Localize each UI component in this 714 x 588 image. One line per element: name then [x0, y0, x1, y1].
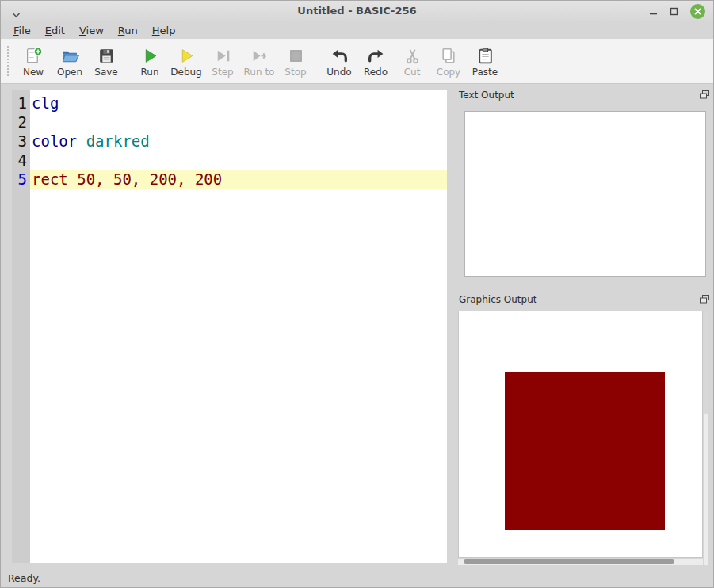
code-token-value: darkred — [86, 132, 150, 151]
code-line-1[interactable]: 1 clg — [12, 94, 447, 113]
step-label: Step — [212, 67, 233, 78]
undo-button[interactable]: Undo — [321, 45, 357, 78]
code-editor[interactable]: 1 clg 2 3 colordarkred 4 5 rect 50, 50, … — [12, 90, 447, 563]
save-floppy-icon — [97, 45, 116, 67]
cut-scissors-icon — [403, 45, 422, 67]
open-folder-icon — [60, 45, 80, 67]
dock-panels: Text Output Graphics Output — [458, 83, 714, 570]
debug-button[interactable]: Debug — [168, 45, 204, 78]
copy-button: Copy — [430, 45, 467, 78]
step-button: Step — [204, 45, 241, 78]
code-line-4[interactable]: 4 — [12, 151, 447, 170]
stop-icon — [286, 45, 306, 67]
graphics-horizontal-scrollbar[interactable] — [458, 559, 703, 565]
graphics-canvas[interactable] — [458, 311, 703, 558]
debug-play-icon — [177, 45, 197, 67]
toolbar-drag-handle[interactable] — [7, 46, 9, 76]
status-text: Ready. — [8, 572, 40, 584]
graphics-vertical-scrollbar-thumb[interactable] — [704, 311, 708, 414]
menu-run[interactable]: Run — [111, 23, 145, 38]
run-play-icon — [140, 45, 160, 67]
new-button[interactable]: New — [15, 45, 52, 78]
window-title: Untitled - BASIC-256 — [1, 1, 713, 21]
text-output-area[interactable] — [464, 111, 706, 277]
paste-button[interactable]: Paste — [467, 45, 503, 78]
line-number: 1 — [12, 94, 30, 113]
graphics-output-area[interactable] — [458, 311, 708, 570]
run-to-label: Run to — [244, 67, 275, 78]
app-window: Untitled - BASIC-256 File Edit View Run … — [0, 0, 714, 588]
redo-label: Redo — [364, 67, 388, 78]
close-button[interactable] — [690, 4, 705, 19]
toolbar: New Open Save — [1, 39, 713, 84]
run-to-icon — [250, 45, 269, 67]
redo-icon — [366, 45, 386, 67]
minimize-button[interactable] — [649, 7, 658, 16]
text-output-header: Text Output — [459, 89, 709, 101]
run-button[interactable]: Run — [132, 45, 168, 78]
save-label: Save — [94, 67, 117, 78]
restore-button[interactable] — [670, 7, 678, 16]
paste-clipboard-icon — [475, 45, 495, 67]
line-number: 2 — [12, 113, 30, 132]
statusbar: Ready. — [1, 568, 713, 587]
run-to-button: Run to — [241, 45, 277, 78]
code-line-3[interactable]: 3 colordarkred — [12, 132, 447, 151]
line-number: 5 — [12, 170, 30, 189]
undo-label: Undo — [326, 67, 351, 78]
paste-label: Paste — [472, 67, 498, 78]
run-label: Run — [140, 67, 158, 78]
code-token: clg — [32, 94, 59, 113]
graphics-vertical-scrollbar[interactable] — [704, 311, 708, 565]
copy-label: Copy — [437, 67, 460, 78]
undo-icon — [330, 45, 349, 67]
new-document-icon — [24, 45, 44, 67]
code-token-keyword: color — [32, 132, 77, 151]
menu-file[interactable]: File — [6, 23, 38, 38]
cut-button: Cut — [394, 45, 430, 78]
menu-edit[interactable]: Edit — [38, 23, 72, 38]
graphics-output-title: Graphics Output — [459, 294, 537, 305]
save-button[interactable]: Save — [88, 45, 124, 78]
graphics-output-header: Graphics Output — [459, 293, 709, 306]
open-label: Open — [57, 67, 82, 78]
titlebar[interactable]: Untitled - BASIC-256 — [1, 1, 713, 21]
stop-label: Stop — [284, 67, 306, 78]
cut-label: Cut — [404, 67, 421, 78]
menu-help[interactable]: Help — [145, 23, 183, 38]
code-line-2[interactable]: 2 — [12, 113, 447, 132]
menu-view[interactable]: View — [72, 23, 111, 38]
redo-button[interactable]: Redo — [357, 45, 394, 78]
graphics-output-detach-icon[interactable] — [700, 292, 709, 307]
graphics-horizontal-scrollbar-thumb[interactable] — [464, 559, 674, 564]
code-token: rect 50, 50, 200, 200 — [32, 170, 222, 189]
code-line-5-current[interactable]: 5 rect 50, 50, 200, 200 — [12, 170, 447, 189]
line-number: 3 — [12, 132, 30, 151]
graphics-square — [505, 372, 665, 530]
debug-label: Debug — [170, 67, 201, 78]
text-output-title: Text Output — [459, 90, 514, 101]
line-number: 4 — [12, 151, 30, 170]
open-button[interactable]: Open — [52, 45, 88, 78]
text-output-detach-icon[interactable] — [700, 88, 709, 103]
stop-button: Stop — [277, 45, 314, 78]
step-icon — [213, 45, 233, 67]
menubar: File Edit View Run Help — [1, 21, 713, 39]
copy-icon — [439, 45, 459, 67]
new-label: New — [23, 67, 44, 78]
